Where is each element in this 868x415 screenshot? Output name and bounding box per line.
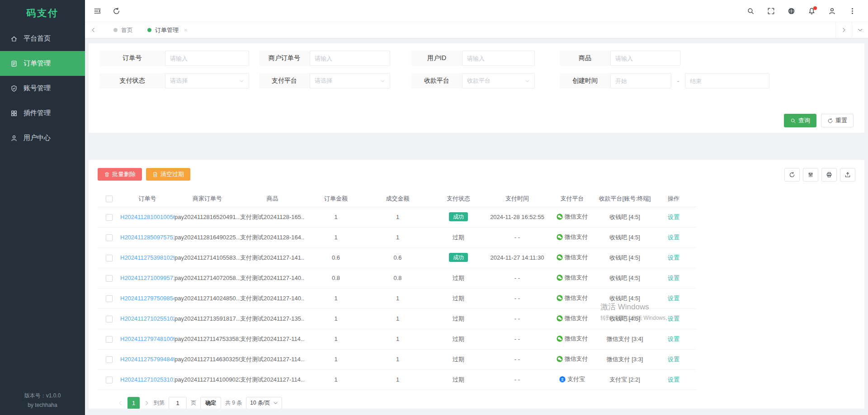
refresh-page-icon[interactable] xyxy=(108,3,124,19)
row-checkbox[interactable] xyxy=(106,255,113,261)
order-no-link[interactable]: H2024112797481009 xyxy=(120,336,175,342)
next-page-icon[interactable] xyxy=(144,400,150,406)
order-no-link[interactable]: H2024112757994849 xyxy=(120,356,175,363)
search-button[interactable]: 查询 xyxy=(784,114,816,127)
sidebar-item-plugins[interactable]: 插件管理 xyxy=(0,101,85,126)
tab-orders[interactable]: 订单管理 xyxy=(141,22,195,38)
order-amount-cell: 1 xyxy=(305,288,367,308)
platform-label: 微信支付 xyxy=(565,335,588,343)
filter-select[interactable]: 收款平台 xyxy=(462,73,535,89)
sidebar-item-user-center[interactable]: 用户中心 xyxy=(0,126,85,150)
settings-link[interactable]: 设置 xyxy=(668,214,679,220)
tabs-scroll-left-icon[interactable] xyxy=(85,22,101,38)
product-cell: 支付测试20241128-164... xyxy=(240,227,305,247)
platform: 支支付宝 xyxy=(559,375,585,383)
row-checkbox-cell xyxy=(98,349,120,369)
date-end-input[interactable] xyxy=(690,78,764,84)
settings-link[interactable]: 设置 xyxy=(668,234,679,241)
row-checkbox-cell xyxy=(98,308,120,329)
search-icon[interactable] xyxy=(743,3,758,19)
column-header: 成交金额 xyxy=(367,191,428,207)
status-cell: 过期 xyxy=(428,288,489,308)
settings-link[interactable]: 设置 xyxy=(668,315,679,322)
tabs-scroll-right-icon[interactable] xyxy=(835,22,852,38)
tab-home[interactable]: 首页 xyxy=(107,22,140,38)
order-no-link[interactable]: H2024112710255102 xyxy=(120,315,175,322)
order-no-link[interactable]: H2024112710099571 xyxy=(120,275,175,281)
row-checkbox[interactable] xyxy=(106,295,113,302)
row-checkbox[interactable] xyxy=(106,275,113,282)
table-refresh-icon[interactable] xyxy=(784,168,800,182)
home-icon xyxy=(10,35,18,42)
goto-confirm-button[interactable]: 确定 xyxy=(200,397,221,409)
merchant-no-cell: pay2024112816520491... xyxy=(175,207,240,227)
table-export-icon[interactable] xyxy=(840,168,855,182)
more-menu-icon[interactable] xyxy=(844,3,860,19)
filter-select[interactable]: 请选择 xyxy=(310,73,390,89)
clear-expired-button[interactable]: 清空过期 xyxy=(146,168,190,181)
date-start-input[interactable] xyxy=(615,78,666,84)
settings-link[interactable]: 设置 xyxy=(668,356,679,363)
user-avatar-icon[interactable] xyxy=(824,3,840,19)
settings-link[interactable]: 设置 xyxy=(668,376,679,383)
row-checkbox-cell xyxy=(98,247,120,268)
search-button-icon xyxy=(790,118,796,124)
select-all-checkbox[interactable] xyxy=(106,196,113,202)
filter-select-placeholder: 请选择 xyxy=(170,77,188,85)
wechat-pay-icon xyxy=(557,254,563,261)
action-cell: 设置 xyxy=(651,247,696,268)
notification-dot xyxy=(813,6,817,10)
settings-link[interactable]: 设置 xyxy=(668,275,679,281)
row-checkbox[interactable] xyxy=(106,316,113,322)
table-columns-filter-icon[interactable] xyxy=(803,168,818,182)
settings-link[interactable]: 设置 xyxy=(668,254,679,261)
fullscreen-icon[interactable] xyxy=(763,3,778,19)
filter-select[interactable]: 请选择 xyxy=(165,73,249,89)
table-row: H2024112757994849pay202411271146303259支付… xyxy=(98,349,696,369)
status-badge: 过期 xyxy=(453,315,464,322)
status-cell: 过期 xyxy=(428,268,489,288)
version-info: 版本号：v1.0.0 by techhaha xyxy=(0,391,85,410)
row-checkbox[interactable] xyxy=(106,234,113,241)
order-no-link[interactable]: H2024112850975751 xyxy=(120,234,175,241)
order-no-cell: H2024112797509854 xyxy=(120,288,175,308)
language-globe-icon[interactable] xyxy=(783,3,799,19)
sidebar-item-orders[interactable]: 订单管理 xyxy=(0,51,85,76)
chevron-down-icon xyxy=(380,79,385,84)
table-print-icon[interactable] xyxy=(821,168,837,182)
sidebar-item-home[interactable]: 平台首页 xyxy=(0,26,85,51)
current-page[interactable]: 1 xyxy=(127,397,140,409)
filter-input[interactable] xyxy=(315,55,385,62)
order-no-link[interactable]: H2024112810010056 xyxy=(120,214,175,220)
tabs-dropdown-icon[interactable] xyxy=(852,22,868,38)
prev-page-icon[interactable] xyxy=(118,400,123,406)
row-checkbox[interactable] xyxy=(106,214,113,221)
row-checkbox[interactable] xyxy=(106,356,113,363)
settings-link[interactable]: 设置 xyxy=(668,336,679,342)
filter-input[interactable] xyxy=(615,55,675,62)
page-size-select[interactable]: 10 条/页 xyxy=(246,397,282,409)
order-no-cell: H2024112810010056 xyxy=(120,207,175,227)
sidebar-item-label: 账号管理 xyxy=(24,84,51,93)
order-no-link[interactable]: H2024112753981029 xyxy=(120,254,175,261)
row-checkbox[interactable] xyxy=(106,336,113,343)
goto-page-input[interactable] xyxy=(169,397,187,409)
receiver-account-cell: 收钱吧 [4:5] xyxy=(599,288,651,308)
order-no-link[interactable]: H2024112797509854 xyxy=(120,295,175,302)
filter-input[interactable] xyxy=(467,55,530,62)
platform-label: 微信支付 xyxy=(565,253,588,261)
batch-delete-button[interactable]: 批量删除 xyxy=(98,168,142,181)
topbar-left xyxy=(90,3,124,19)
order-amount-cell: 1 xyxy=(305,369,367,390)
sidebar-item-accounts[interactable]: 账号管理 xyxy=(0,76,85,101)
filter-input[interactable] xyxy=(170,55,244,62)
order-no-link[interactable]: H2024112710253101 xyxy=(120,376,175,383)
tab-close-icon[interactable] xyxy=(183,28,188,33)
collapse-sidebar-icon[interactable] xyxy=(90,3,105,19)
notifications-bell-icon[interactable] xyxy=(804,3,819,19)
sidebar-item-label: 平台首页 xyxy=(24,34,51,43)
settings-link[interactable]: 设置 xyxy=(668,295,679,302)
close-icon xyxy=(183,28,188,33)
row-checkbox[interactable] xyxy=(106,377,113,383)
reset-button[interactable]: 重置 xyxy=(821,114,854,127)
